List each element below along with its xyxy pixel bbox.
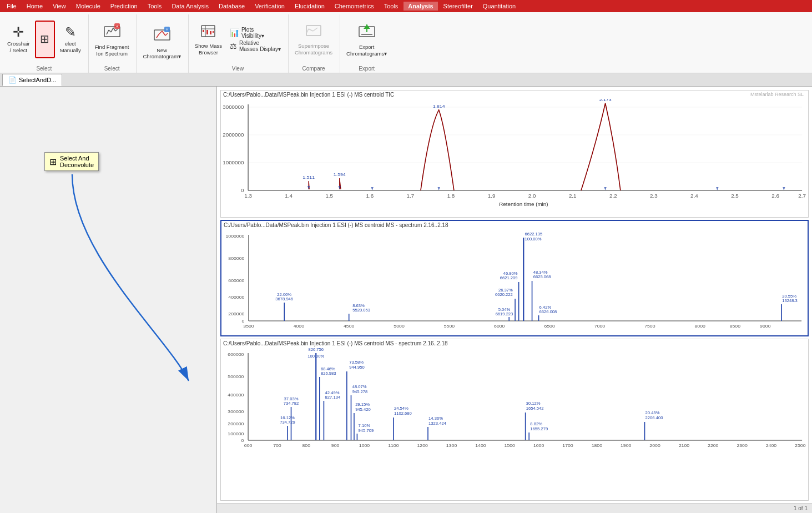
svg-text:826.983: 826.983 [321, 371, 336, 376]
svg-text:6000: 6000 [494, 323, 505, 329]
svg-text:1.511: 1.511 [302, 174, 315, 180]
svg-text:2.3: 2.3 [650, 193, 658, 199]
menu-stereofilter[interactable]: Stereofilter [439, 2, 477, 11]
ribbon-group-new-chrom: + NewChromatogram▾ [138, 14, 188, 73]
svg-text:8500: 8500 [730, 323, 741, 329]
ribbon-buttons-select1: ✛ Crosshair/ Select ⊞ ✎ electManually [4, 14, 84, 64]
svg-text:48.34%: 48.34% [533, 270, 548, 275]
relative-masses-label: RelativeMasses Display▾ [239, 40, 281, 52]
menu-tools[interactable]: Tools [143, 2, 167, 11]
chart1-area[interactable]: 3000000 2000000 1000000 0 1.3 1.4 1.5 [221, 99, 808, 207]
svg-text:1500: 1500 [505, 442, 516, 448]
svg-text:5.04%: 5.04% [498, 307, 511, 312]
superimpose-button[interactable]: SuperimposeChromatograms [292, 21, 335, 58]
ribbon-group-label-find: Select [104, 64, 120, 73]
menu-file[interactable]: File [2, 2, 21, 11]
svg-text:5520.053: 5520.053 [352, 308, 370, 313]
svg-text:734.782: 734.782 [284, 401, 299, 406]
plots-visibility-label: PlotsVisibility▾ [241, 27, 264, 39]
menu-view[interactable]: View [48, 2, 70, 11]
svg-text:8.82%: 8.82% [530, 421, 542, 426]
crosshair-label: Crosshair/ Select [7, 41, 30, 53]
menu-analysis[interactable]: Analysis [404, 2, 437, 11]
menu-data-analysis[interactable]: Data Analysis [167, 2, 213, 11]
tooltip-popup: ⊞ Select AndDeconvolute [44, 152, 99, 171]
svg-text:1000000: 1000000 [223, 159, 244, 165]
svg-text:Retention time (min): Retention time (min) [499, 201, 548, 207]
svg-marker-66 [783, 187, 785, 190]
svg-line-3 [111, 28, 113, 32]
relative-masses-button[interactable]: ⚖ RelativeMasses Display▾ [227, 40, 284, 52]
find-fragment-icon: + [103, 22, 121, 42]
svg-text:6619.223: 6619.223 [496, 311, 513, 316]
svg-text:22.06%: 22.06% [277, 292, 291, 297]
menu-home[interactable]: Home [22, 2, 47, 11]
svg-rect-19 [206, 30, 208, 34]
svg-text:945.420: 945.420 [355, 407, 371, 412]
svg-text:1100: 1100 [388, 442, 399, 448]
svg-line-25 [313, 28, 317, 31]
crosshair-button[interactable]: ✛ Crosshair/ Select [4, 21, 33, 58]
svg-text:2000: 2000 [649, 442, 660, 448]
show-mass-browser-button[interactable]: Show MassBrowser [192, 21, 225, 58]
svg-text:4500: 4500 [344, 323, 355, 329]
ribbon-buttons-find: + Find FragmentIon Spectrum [92, 14, 132, 64]
menu-prediction[interactable]: Prediction [106, 2, 142, 11]
svg-text:1200: 1200 [417, 442, 428, 448]
watermark: Mstelarlab Research SL [750, 92, 804, 97]
menu-elucidation[interactable]: Elucidation [290, 2, 329, 11]
chart-panel-ms-select: C:/Users/Pablo...Data/MSPeak.bin Injecti… [220, 339, 809, 501]
relative-masses-icon: ⚖ [230, 42, 237, 51]
find-fragment-label: Find FragmentIon Spectrum [95, 44, 129, 57]
select-deconvolute-button[interactable]: ⊞ [35, 21, 55, 58]
menu-database[interactable]: Database [214, 2, 249, 11]
svg-text:2.2: 2.2 [609, 193, 617, 199]
svg-text:5000: 5000 [394, 323, 405, 329]
svg-text:6620.222: 6620.222 [495, 292, 513, 297]
svg-text:200000: 200000 [228, 421, 244, 426]
svg-text:7.10%: 7.10% [359, 423, 371, 428]
svg-text:500000: 500000 [228, 374, 244, 379]
svg-text:1.3: 1.3 [244, 193, 252, 199]
svg-text:6626.008: 6626.008 [539, 309, 557, 314]
left-panel: ⊞ Select AndDeconvolute [0, 87, 216, 513]
chart2-area[interactable]: 1000000 800000 600000 400000 200000 0 35… [221, 229, 808, 329]
menu-verification[interactable]: Verification [250, 2, 289, 11]
svg-text:6622.135: 6622.135 [525, 232, 543, 237]
svg-text:900: 900 [331, 442, 340, 448]
svg-text:2.1: 2.1 [569, 193, 577, 199]
arrow-overlay [0, 87, 216, 513]
chart3-area[interactable]: 600000 500000 400000 300000 200000 10000… [221, 348, 808, 447]
find-fragment-button[interactable]: + Find FragmentIon Spectrum [92, 21, 132, 58]
export-chromatograms-button[interactable]: ExportChromatograms▾ [344, 21, 390, 58]
doc-tab-icon: 📄 [8, 76, 17, 84]
svg-text:6625.068: 6625.068 [533, 274, 551, 279]
menu-molecule[interactable]: Molecule [72, 2, 105, 11]
chart-panel-tic: Mstelarlab Research SL C:/Users/Pablo...… [220, 90, 809, 218]
svg-line-12 [165, 33, 168, 36]
svg-text:1400: 1400 [475, 442, 486, 448]
svg-text:1.4: 1.4 [285, 193, 292, 199]
superimpose-icon [305, 23, 322, 41]
select-deconvolute-icon: ⊞ [40, 33, 49, 44]
svg-text:945.278: 945.278 [352, 389, 368, 394]
ribbon-group-export: ExportChromatograms▾ Export [341, 14, 394, 73]
menu-quantitation[interactable]: Quantitation [478, 2, 520, 11]
svg-text:1102.680: 1102.680 [394, 411, 412, 416]
svg-text:2.6: 2.6 [771, 193, 779, 199]
svg-text:3678.946: 3678.946 [275, 296, 293, 301]
svg-text:1.6: 1.6 [366, 193, 374, 199]
svg-text:3500: 3500 [243, 323, 254, 329]
svg-text:1.814: 1.814 [433, 103, 445, 109]
bottom-bar: 1 of 1 [217, 503, 812, 513]
menu-tools2[interactable]: Tools [380, 2, 403, 11]
plots-visibility-button[interactable]: 📊 PlotsVisibility▾ [227, 27, 284, 39]
svg-text:1800: 1800 [592, 442, 603, 448]
menu-chemometrics[interactable]: Chemometrics [330, 2, 379, 11]
svg-text:37.03%: 37.03% [284, 396, 299, 401]
ribbon-group-label-view: View [232, 64, 244, 73]
select-manually-button[interactable]: ✎ electManually [57, 21, 84, 58]
svg-text:0: 0 [241, 187, 244, 193]
new-chromatogram-button[interactable]: + NewChromatogram▾ [140, 24, 183, 62]
doc-tab-select[interactable]: 📄 SelectAndD... [2, 74, 62, 86]
